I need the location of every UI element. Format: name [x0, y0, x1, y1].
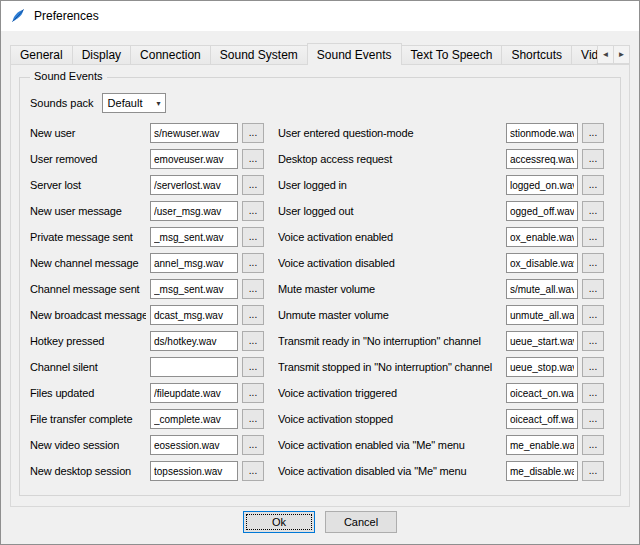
- voice-activation-triggered-input[interactable]: [506, 383, 578, 403]
- mute-master-volume-browse-button[interactable]: ...: [582, 279, 604, 299]
- transmit-ready-in-no-interruption-channel-label: Transmit ready in "No interruption" chan…: [278, 335, 502, 347]
- channel-silent-input[interactable]: [150, 357, 238, 377]
- cancel-button[interactable]: Cancel: [325, 511, 397, 533]
- user-entered-question-mode-label: User entered question-mode: [278, 127, 502, 139]
- tab-general[interactable]: General: [10, 45, 73, 65]
- sounds-pack-value: Default: [108, 97, 143, 109]
- new-broadcast-message-input[interactable]: [150, 305, 238, 325]
- ok-button[interactable]: Ok: [243, 511, 315, 533]
- voice-activation-stopped-input[interactable]: [506, 409, 578, 429]
- user-removed-label: User removed: [30, 153, 146, 165]
- event-row: New user message...: [30, 198, 274, 224]
- chevron-down-icon: ▾: [157, 99, 161, 108]
- sound-events-groupbox: Sound Events Sounds pack Default ▾ New u…: [19, 77, 621, 496]
- sounds-pack-select[interactable]: Default ▾: [102, 93, 166, 113]
- tab-strip: GeneralDisplayConnectionSound SystemSoun…: [10, 43, 630, 65]
- event-row: File transfer complete...: [30, 406, 274, 432]
- private-message-sent-input[interactable]: [150, 227, 238, 247]
- new-channel-message-label: New channel message: [30, 257, 146, 269]
- user-entered-question-mode-input[interactable]: [506, 123, 578, 143]
- new-video-session-label: New video session: [30, 439, 146, 451]
- feather-logo-icon: [10, 8, 26, 24]
- transmit-ready-in-no-interruption-channel-browse-button[interactable]: ...: [582, 331, 604, 351]
- hotkey-pressed-input[interactable]: [150, 331, 238, 351]
- server-lost-browse-button[interactable]: ...: [242, 175, 264, 195]
- channel-message-sent-browse-button[interactable]: ...: [242, 279, 264, 299]
- server-lost-input[interactable]: [150, 175, 238, 195]
- new-video-session-input[interactable]: [150, 435, 238, 455]
- unmute-master-volume-input[interactable]: [506, 305, 578, 325]
- user-logged-out-label: User logged out: [278, 205, 502, 217]
- groupbox-title: Sound Events: [30, 70, 107, 82]
- tab-scroll-left-button[interactable]: ◄: [597, 45, 614, 64]
- new-user-message-input[interactable]: [150, 201, 238, 221]
- user-logged-out-browse-button[interactable]: ...: [582, 201, 604, 221]
- user-logged-in-browse-button[interactable]: ...: [582, 175, 604, 195]
- new-user-message-browse-button[interactable]: ...: [242, 201, 264, 221]
- transmit-stopped-in-no-interruption-channel-browse-button[interactable]: ...: [582, 357, 604, 377]
- event-row: Channel message sent...: [30, 276, 274, 302]
- window-title: Preferences: [34, 9, 99, 23]
- voice-activation-disabled-via-me-menu-input[interactable]: [506, 461, 578, 481]
- tab-shortcuts[interactable]: Shortcuts: [501, 45, 572, 65]
- voice-activation-enabled-browse-button[interactable]: ...: [582, 227, 604, 247]
- voice-activation-enabled-input[interactable]: [506, 227, 578, 247]
- new-user-input[interactable]: [150, 123, 238, 143]
- event-row: User logged in...: [278, 172, 612, 198]
- preferences-dialog: Preferences GeneralDisplayConnectionSoun…: [0, 0, 640, 545]
- transmit-stopped-in-no-interruption-channel-input[interactable]: [506, 357, 578, 377]
- voice-activation-disabled-via-me-menu-browse-button[interactable]: ...: [582, 461, 604, 481]
- private-message-sent-label: Private message sent: [30, 231, 146, 243]
- tab-sound-system[interactable]: Sound System: [210, 45, 308, 65]
- voice-activation-disabled-input[interactable]: [506, 253, 578, 273]
- hotkey-pressed-browse-button[interactable]: ...: [242, 331, 264, 351]
- voice-activation-disabled-browse-button[interactable]: ...: [582, 253, 604, 273]
- events-column-right: User entered question-mode...Desktop acc…: [278, 120, 612, 484]
- channel-silent-label: Channel silent: [30, 361, 146, 373]
- channel-silent-browse-button[interactable]: ...: [242, 357, 264, 377]
- user-logged-out-input[interactable]: [506, 201, 578, 221]
- channel-message-sent-input[interactable]: [150, 279, 238, 299]
- tab-display[interactable]: Display: [72, 45, 131, 65]
- tab-connection[interactable]: Connection: [130, 45, 211, 65]
- new-channel-message-browse-button[interactable]: ...: [242, 253, 264, 273]
- new-desktop-session-input[interactable]: [150, 461, 238, 481]
- event-row: Server lost...: [30, 172, 274, 198]
- voice-activation-enabled-label: Voice activation enabled: [278, 231, 502, 243]
- new-desktop-session-label: New desktop session: [30, 465, 146, 477]
- mute-master-volume-input[interactable]: [506, 279, 578, 299]
- file-transfer-complete-browse-button[interactable]: ...: [242, 409, 264, 429]
- file-transfer-complete-input[interactable]: [150, 409, 238, 429]
- files-updated-input[interactable]: [150, 383, 238, 403]
- new-desktop-session-browse-button[interactable]: ...: [242, 461, 264, 481]
- voice-activation-enabled-via-me-menu-input[interactable]: [506, 435, 578, 455]
- user-removed-input[interactable]: [150, 149, 238, 169]
- voice-activation-triggered-browse-button[interactable]: ...: [582, 383, 604, 403]
- new-video-session-browse-button[interactable]: ...: [242, 435, 264, 455]
- file-transfer-complete-label: File transfer complete: [30, 413, 146, 425]
- new-broadcast-message-browse-button[interactable]: ...: [242, 305, 264, 325]
- voice-activation-enabled-via-me-menu-browse-button[interactable]: ...: [582, 435, 604, 455]
- mute-master-volume-label: Mute master volume: [278, 283, 502, 295]
- tab-text-to-speech[interactable]: Text To Speech: [401, 45, 503, 65]
- new-user-browse-button[interactable]: ...: [242, 123, 264, 143]
- voice-activation-stopped-browse-button[interactable]: ...: [582, 409, 604, 429]
- files-updated-browse-button[interactable]: ...: [242, 383, 264, 403]
- dialog-footer: Ok Cancel: [1, 511, 639, 533]
- event-row: Voice activation stopped...: [278, 406, 612, 432]
- event-row: Voice activation triggered...: [278, 380, 612, 406]
- tab-scroll-right-button[interactable]: ►: [613, 45, 630, 64]
- desktop-access-request-browse-button[interactable]: ...: [582, 149, 604, 169]
- tab-sound-events[interactable]: Sound Events: [307, 43, 402, 65]
- user-removed-browse-button[interactable]: ...: [242, 149, 264, 169]
- private-message-sent-browse-button[interactable]: ...: [242, 227, 264, 247]
- transmit-ready-in-no-interruption-channel-input[interactable]: [506, 331, 578, 351]
- new-channel-message-input[interactable]: [150, 253, 238, 273]
- user-entered-question-mode-browse-button[interactable]: ...: [582, 123, 604, 143]
- tab-scroll-buttons: ◄ ►: [597, 45, 630, 64]
- user-logged-in-input[interactable]: [506, 175, 578, 195]
- desktop-access-request-input[interactable]: [506, 149, 578, 169]
- server-lost-label: Server lost: [30, 179, 146, 191]
- event-row: New desktop session...: [30, 458, 274, 484]
- unmute-master-volume-browse-button[interactable]: ...: [582, 305, 604, 325]
